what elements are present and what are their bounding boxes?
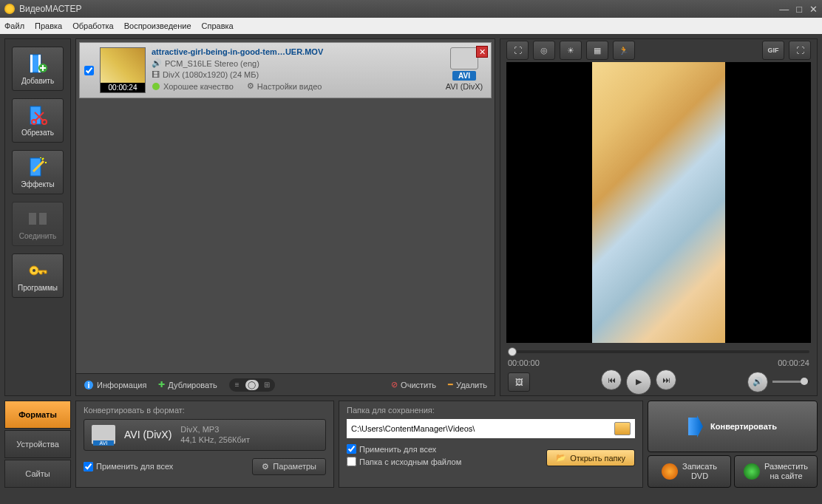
menu-file[interactable]: Файл <box>4 21 24 30</box>
prev-button[interactable]: ⏮ <box>601 370 622 390</box>
gif-button[interactable]: GIF <box>762 41 784 60</box>
svg-rect-9 <box>39 213 47 225</box>
next-button[interactable]: ⏭ <box>656 370 676 390</box>
target-button[interactable]: ◎ <box>533 41 555 60</box>
format-tabs: Форматы Устройства Сайты <box>4 401 71 488</box>
frame-button[interactable]: ▦ <box>586 41 608 60</box>
view-toggle[interactable]: ≡ ◯ ⊞ <box>229 378 275 392</box>
delete-button[interactable]: ━Удалить <box>448 380 487 389</box>
play-button[interactable]: ▶ <box>626 370 651 395</box>
convert-format-panel: Конвертировать в формат: AVI (DivX) DivX… <box>75 401 334 488</box>
publish-web-button[interactable]: Разместитьна сайте <box>734 455 818 488</box>
seek-slider[interactable] <box>500 343 817 357</box>
folder-icon: 📂 <box>556 453 566 463</box>
join-button: Соединить <box>12 202 64 246</box>
burn-dvd-button[interactable]: ЗаписатьDVD <box>648 455 731 488</box>
remove-file-button[interactable]: ✕ <box>476 46 488 58</box>
menu-process[interactable]: Обработка <box>72 21 113 30</box>
gear-icon: ⚙ <box>262 462 269 471</box>
titlebar: ВидеоМАСТЕР — □ ✕ <box>0 0 822 18</box>
snapshot-button[interactable]: 🖼 <box>508 372 530 392</box>
globe-icon <box>744 463 760 480</box>
video-preview[interactable] <box>506 62 811 343</box>
menu-help[interactable]: Справка <box>202 21 234 30</box>
apply-all-format-checkbox[interactable]: Применить для всех <box>84 462 173 471</box>
save-path-input[interactable] <box>351 424 614 433</box>
svg-point-11 <box>33 269 35 272</box>
maximize-icon[interactable]: □ <box>796 4 802 15</box>
save-header: Папка для сохранения: <box>347 406 635 415</box>
speaker-icon: 🔊 <box>152 58 162 68</box>
speed-button[interactable]: 🏃 <box>613 41 635 60</box>
effects-button[interactable]: Эффекты <box>12 150 64 194</box>
menu-edit[interactable]: Правка <box>35 21 62 30</box>
clear-button[interactable]: ⊘Очистить <box>391 380 436 389</box>
preview-panel: ⛶ ◎ ☀ ▦ 🏃 GIF ⛶ 00:00:00 00:00:24 🖼 ⏮ ▶ … <box>500 38 818 396</box>
programs-button[interactable]: Программы <box>12 253 64 298</box>
time-current: 00:00:00 <box>508 358 540 367</box>
add-button[interactable]: Добавить <box>12 47 64 91</box>
convert-arrow-icon <box>688 415 703 437</box>
picture-icon: 🖼 <box>515 378 523 386</box>
minimize-icon[interactable]: — <box>779 4 789 15</box>
save-folder-panel: Папка для сохранения: Применить для всех… <box>339 401 643 488</box>
file-video: DivX (1080x1920) (24 МБ) <box>163 70 259 79</box>
format-selector[interactable]: AVI (DivX) DivX, MP344,1 KHz, 256Кбит <box>84 419 326 451</box>
cut-button[interactable]: Обрезать <box>12 98 64 143</box>
volume-knob[interactable] <box>801 378 808 385</box>
tab-sites[interactable]: Сайты <box>4 460 71 488</box>
plus-icon: ✚ <box>158 380 165 389</box>
svg-text:i: i <box>87 381 89 389</box>
info-button[interactable]: iИнформация <box>84 380 146 390</box>
film-add-icon <box>27 53 48 74</box>
brightness-button[interactable]: ☀ <box>560 41 582 60</box>
svg-rect-1 <box>30 55 33 72</box>
browse-folder-button[interactable] <box>614 422 631 435</box>
format-name: AVI (DivX) <box>124 429 171 440</box>
open-folder-button[interactable]: 📂Открыть папку <box>546 449 635 466</box>
file-item[interactable]: 00:00:24 attractive-girl-being-in-good-t… <box>79 42 492 98</box>
left-toolbar: Добавить Обрезать Эффекты Соединить Прог… <box>4 38 71 396</box>
format-codec: AVI (DivX) <box>446 82 483 91</box>
file-quality: Хорошее качество <box>163 82 234 91</box>
duplicate-button[interactable]: ✚Дублировать <box>158 380 217 389</box>
crop-icon: ⛶ <box>514 46 522 55</box>
close-icon[interactable]: ✕ <box>809 4 818 15</box>
play-icon: ▶ <box>636 377 642 386</box>
wand-icon <box>27 157 48 177</box>
tab-formats[interactable]: Форматы <box>4 401 71 429</box>
apply-all-folder-checkbox[interactable]: Применить для всех <box>347 444 461 454</box>
svg-point-6 <box>42 120 47 124</box>
list-view-icon[interactable]: ≡ <box>231 380 244 390</box>
menu-playback[interactable]: Воспроизведение <box>124 21 191 30</box>
svg-point-12 <box>152 83 160 90</box>
gear-icon: ⚙ <box>247 81 254 91</box>
gif-label: GIF <box>768 47 779 54</box>
video-settings-link[interactable]: ⚙Настройки видео <box>247 81 322 91</box>
grid-view-icon[interactable]: ⊞ <box>260 380 274 390</box>
frame-icon: ▦ <box>594 46 601 55</box>
crop-button[interactable]: ⛶ <box>506 41 529 60</box>
format-badge: AVI <box>452 71 476 81</box>
tab-devices[interactable]: Устройства <box>4 430 71 458</box>
volume-slider[interactable] <box>772 381 809 383</box>
film-icon: 🎞 <box>152 70 160 79</box>
target-icon: ◎ <box>540 46 548 55</box>
runner-icon: 🏃 <box>619 46 629 55</box>
file-list-panel: 00:00:24 attractive-girl-being-in-good-t… <box>75 38 495 396</box>
video-frame <box>592 62 725 343</box>
seek-knob[interactable] <box>508 347 517 356</box>
file-list[interactable]: 00:00:24 attractive-girl-being-in-good-t… <box>76 39 495 373</box>
app-title: ВидеоМАСТЕР <box>19 4 779 14</box>
mute-button[interactable]: 🔊 <box>747 372 768 392</box>
file-thumbnail[interactable]: 00:00:24 <box>100 47 146 93</box>
fullscreen-button[interactable]: ⛶ <box>789 41 811 60</box>
source-folder-checkbox[interactable]: Папка с исходным файлом <box>347 457 461 466</box>
params-button[interactable]: ⚙Параметры <box>252 458 326 475</box>
key-icon <box>27 260 48 281</box>
file-checkbox[interactable] <box>84 66 94 75</box>
next-icon: ⏭ <box>662 375 670 384</box>
detail-view-icon[interactable]: ◯ <box>245 380 259 390</box>
app-logo-icon <box>4 4 15 14</box>
convert-button[interactable]: Конвертировать <box>648 401 818 452</box>
